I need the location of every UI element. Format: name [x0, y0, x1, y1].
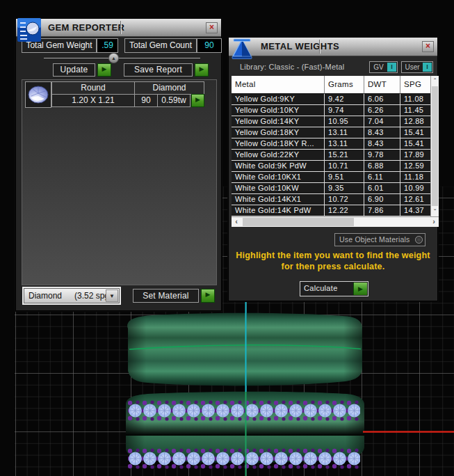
metal-cell-spg[interactable]: 11.18: [400, 172, 430, 182]
metal-cell-dwt[interactable]: 6.01: [364, 183, 400, 193]
set-material-button[interactable]: Set Material: [133, 289, 199, 303]
metal-cell-grams[interactable]: 9.35: [325, 183, 364, 193]
metal-cell-metal[interactable]: Yellow Gold:18KY R...: [232, 138, 325, 149]
gem-list-area: Round Diamond 1.20 X 1.21 90 0.59tw ▶: [22, 79, 217, 285]
metal-cell-dwt[interactable]: 8.43: [364, 127, 400, 138]
ring-top-band[interactable]: [127, 313, 362, 386]
scroll-up-icon[interactable]: ˆ: [431, 77, 439, 84]
close-icon[interactable]: ×: [206, 22, 218, 33]
metal-weights-title: METAL WEIGHTS: [261, 41, 339, 51]
gem-row-go-icon[interactable]: ▶: [191, 94, 204, 107]
metal-cell-spg[interactable]: 11.08: [400, 94, 430, 104]
save-report-button[interactable]: Save Report: [124, 63, 193, 77]
metal-cell-metal[interactable]: Yellow Gold:22KY: [232, 150, 325, 160]
column-header-dwt[interactable]: DWT: [364, 76, 400, 94]
calculate-button[interactable]: Calculate ▶: [300, 281, 368, 296]
gem-reporter-titlebar[interactable]: GEM REPORTER ×: [16, 19, 221, 37]
column-header-grams[interactable]: Grams: [325, 76, 364, 94]
metal-cell-dwt[interactable]: 6.88: [364, 161, 400, 171]
metal-row[interactable]: White Gold:14KX110.726.9012.61: [232, 194, 439, 205]
column-header-spg[interactable]: SPG: [400, 76, 430, 94]
metal-cell-metal[interactable]: White Gold:9K PdW: [232, 161, 325, 171]
metal-row[interactable]: White Gold:10KW9.356.0110.99: [232, 183, 439, 194]
metal-cell-metal[interactable]: Yellow Gold:14KY: [232, 116, 325, 127]
metal-cell-grams[interactable]: 10.71: [325, 161, 364, 171]
metal-cell-spg[interactable]: 12.61: [400, 194, 430, 205]
update-button[interactable]: Update: [53, 63, 95, 77]
chevron-down-icon[interactable]: ▼: [106, 289, 118, 302]
set-material-go-icon[interactable]: ▶: [201, 289, 215, 303]
metal-cell-spg[interactable]: 11.45: [400, 105, 430, 116]
metal-table-header: Metal Grams DWT SPG: [232, 76, 439, 94]
metal-cell-metal[interactable]: Yellow Gold:18KY: [232, 127, 325, 138]
use-object-materials-button[interactable]: Use Object Materials: [334, 233, 425, 246]
gem-count-value[interactable]: 90: [134, 94, 158, 107]
metal-cell-spg[interactable]: 12.59: [400, 161, 430, 171]
gem-weight-value[interactable]: 0.59tw: [157, 94, 190, 107]
horizontal-scroll-thumb[interactable]: [243, 218, 354, 226]
gv-toggle-button[interactable]: GV I: [369, 61, 398, 73]
metal-cell-metal[interactable]: White Gold:10KX1: [232, 172, 325, 182]
material-dropdown-value: Diamond: [29, 291, 62, 301]
scroll-down-icon[interactable]: ˇ: [431, 208, 439, 215]
metal-cell-spg[interactable]: 17.89: [400, 150, 430, 160]
metal-cell-grams[interactable]: 13.11: [325, 138, 364, 149]
metal-cell-spg[interactable]: 15.41: [400, 127, 430, 138]
metal-cell-grams[interactable]: 9.74: [325, 105, 364, 116]
metal-weights-titlebar[interactable]: METAL WEIGHTS ×: [229, 38, 437, 56]
metal-row[interactable]: White Gold:10KX19.516.1111.18: [232, 172, 439, 183]
user-led-indicator: I: [423, 63, 432, 72]
scroll-right-icon[interactable]: ›: [429, 217, 439, 227]
vertical-scroll-thumb[interactable]: [432, 86, 438, 206]
metal-cell-grams[interactable]: 9.42: [325, 94, 364, 104]
metal-row[interactable]: Yellow Gold:14KY10.957.0412.88: [232, 116, 439, 127]
material-dropdown[interactable]: Diamond (3.52 spg) ▼: [24, 288, 120, 303]
metal-row[interactable]: Yellow Gold:22KY15.219.7817.89: [232, 150, 439, 161]
metal-cell-dwt[interactable]: 6.11: [364, 172, 400, 182]
titlebar-divider: [120, 21, 121, 34]
metal-cell-spg[interactable]: 10.99: [400, 183, 430, 193]
instruction-line-2: for then press calculate.: [229, 262, 437, 271]
metal-cell-grams[interactable]: 10.72: [325, 194, 364, 205]
metal-cell-dwt[interactable]: 9.78: [364, 150, 400, 160]
metal-cell-metal[interactable]: White Gold:14K PdW: [232, 205, 325, 216]
metal-cell-grams[interactable]: 10.95: [325, 116, 364, 127]
gem-thumbnail[interactable]: [25, 81, 51, 108]
metal-cell-grams[interactable]: 12.22: [325, 205, 364, 216]
collapse-toggle-button[interactable]: ▲: [108, 53, 119, 63]
metal-cell-dwt[interactable]: 6.90: [364, 194, 400, 205]
metal-cell-spg[interactable]: 12.88: [400, 116, 430, 127]
user-toggle-button[interactable]: User I: [401, 61, 433, 73]
collapse-divider: [44, 58, 200, 58]
metal-cell-dwt[interactable]: 6.26: [364, 105, 400, 116]
close-icon[interactable]: ×: [422, 41, 434, 52]
metal-cell-dwt[interactable]: 6.06: [364, 94, 400, 104]
metal-cell-grams[interactable]: 13.11: [325, 127, 364, 138]
metal-cell-grams[interactable]: 15.21: [325, 150, 364, 160]
metal-row[interactable]: Yellow Gold:9KY9.426.0611.08: [232, 94, 439, 105]
horizontal-scrollbar[interactable]: ‹ ›: [232, 216, 439, 227]
metal-cell-metal[interactable]: White Gold:10KW: [232, 183, 325, 193]
metal-row[interactable]: White Gold:9K PdW10.716.8812.59: [232, 161, 439, 172]
metal-row[interactable]: Yellow Gold:18KY R...13.118.4315.41: [232, 138, 439, 150]
metal-row[interactable]: White Gold:14K PdW12.227.8614.37: [232, 205, 439, 216]
update-go-icon[interactable]: ▶: [97, 63, 111, 77]
metal-cell-metal[interactable]: Yellow Gold:10KY: [232, 105, 325, 116]
metal-cell-grams[interactable]: 9.51: [325, 172, 364, 182]
column-header-metal[interactable]: Metal: [232, 76, 325, 94]
metal-cell-dwt[interactable]: 7.86: [364, 205, 400, 216]
metal-row[interactable]: Yellow Gold:18KY13.118.4315.41: [232, 127, 439, 138]
metal-cell-spg[interactable]: 15.41: [400, 138, 430, 149]
metal-cell-spg[interactable]: 14.37: [400, 205, 430, 216]
metal-cell-dwt[interactable]: 8.43: [364, 138, 400, 149]
metal-cell-dwt[interactable]: 7.04: [364, 116, 400, 127]
vertical-scrollbar[interactable]: ˆ ˇ: [430, 76, 439, 216]
scroll-left-icon[interactable]: ‹: [232, 217, 241, 227]
metal-cell-metal[interactable]: White Gold:14KX1: [232, 194, 325, 205]
gem-size-value[interactable]: 1.20 X 1.21: [51, 94, 135, 107]
instruction-line-1: Highlight the item you want to find the …: [229, 251, 437, 260]
metal-row[interactable]: Yellow Gold:10KY9.746.2611.45: [232, 105, 439, 116]
metal-cell-metal[interactable]: Yellow Gold:9KY: [232, 94, 325, 104]
calculate-go-icon[interactable]: ▶: [353, 283, 367, 295]
save-report-go-icon[interactable]: ▶: [195, 63, 209, 77]
